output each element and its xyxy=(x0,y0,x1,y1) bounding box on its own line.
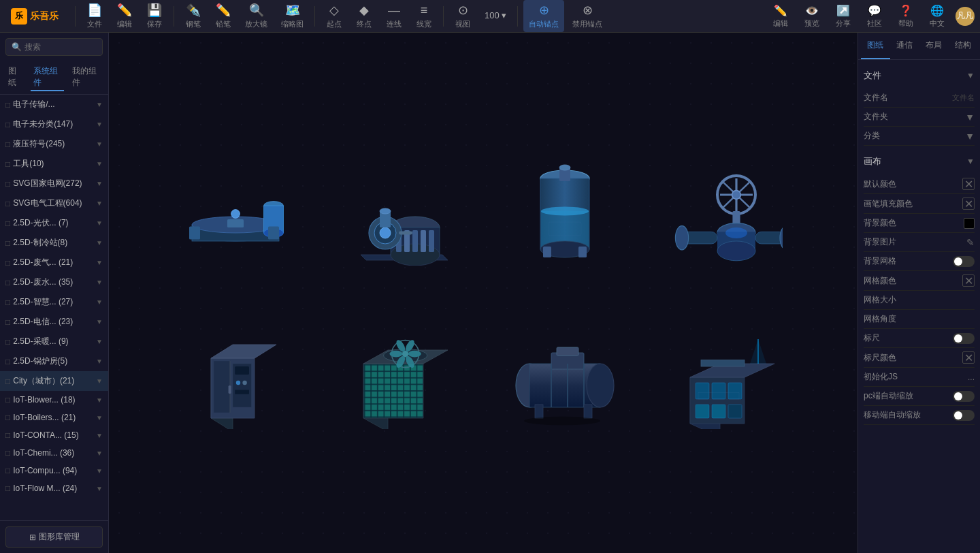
share-icon: ↗️ xyxy=(836,4,850,17)
ruler-toggle[interactable] xyxy=(953,333,975,344)
grid-angle-key: 网格角度 xyxy=(864,313,896,325)
svg-rect-54 xyxy=(214,361,230,413)
toolbar-divider-5 xyxy=(517,6,518,27)
toolbar-pen[interactable]: ✒️ 钢笔 xyxy=(180,0,207,32)
edit-icon: ✏️ xyxy=(117,3,132,18)
sidebar-item-tools[interactable]: □ 工具(10) ▼ xyxy=(0,154,108,174)
sidebar-item-iot-conta[interactable]: □ IoT-CONTA... (15) ▼ xyxy=(0,426,108,444)
right-tab-diagrams[interactable]: 图纸 xyxy=(861,33,890,59)
ruler-color-x[interactable]: ✕ xyxy=(962,351,975,364)
sidebar-item-smart25d[interactable]: □ 2.5D-智慧... (27) ▼ xyxy=(0,292,108,312)
sidebar-item-pv25d[interactable]: □ 2.5D-光伏... (7) ▼ xyxy=(0,213,108,233)
arrow-tools: ▼ xyxy=(96,160,103,168)
sidebar-item-boiler25d[interactable]: □ 2.5D-锅炉房(5) ▼ xyxy=(0,351,108,371)
sidebar-item-iot-flow[interactable]: □ IoT-Flow M... (24) ▼ xyxy=(0,479,108,497)
sidebar-label-pv25d: 2.5D-光伏... (7) xyxy=(13,217,93,229)
toolbar-zoom-out[interactable]: 🗺️ 缩略图 xyxy=(276,0,309,32)
sidebar-item-iot-blower[interactable]: □ IoT-Blower... (18) ▼ xyxy=(0,391,108,409)
tab-diagrams[interactable]: 图纸 xyxy=(5,64,25,91)
toolbar-lang[interactable]: 🌐 中文 xyxy=(924,1,950,31)
sidebar-item-iot-compu[interactable]: □ IoT-Compu... (94) ▼ xyxy=(0,462,108,479)
toolbar-share[interactable]: ↗️ 分享 xyxy=(830,1,856,31)
sidebar-item-wastegas[interactable]: □ 2.5D-废气... (21) ▼ xyxy=(0,253,108,272)
folder-key: 文件夹 xyxy=(864,111,888,123)
mobile-scale-toggle[interactable] xyxy=(953,410,975,421)
toolbar-start[interactable]: ◇ 起点 xyxy=(321,0,348,32)
component-industrial-building[interactable] xyxy=(660,306,796,443)
pen-fill-color-x[interactable]: ✕ xyxy=(962,198,975,210)
bg-image-edit[interactable]: ✎ xyxy=(966,237,975,248)
sidebar-label-hydraulic: 液压符号(245) xyxy=(13,138,93,150)
toolbar-save[interactable]: 💾 保存 xyxy=(141,0,168,32)
arrow-pv25d: ▼ xyxy=(96,219,103,227)
svg-rect-34 xyxy=(543,247,551,257)
bg-grid-toggle[interactable] xyxy=(953,256,975,267)
search-input[interactable] xyxy=(24,42,97,52)
toolbar-line[interactable]: — 连线 xyxy=(380,1,408,32)
component-control-cabinet[interactable] xyxy=(170,306,306,443)
search-box[interactable]: 🔍 xyxy=(5,38,103,56)
file-section-header[interactable]: 文件 ▼ xyxy=(864,65,975,86)
ruler-color-key: 标尺颜色 xyxy=(864,352,896,364)
category-row: 分类 ▼ xyxy=(864,127,975,146)
sidebar-item-cold25d[interactable]: □ 2.5D-制冷站(8) ▼ xyxy=(0,233,108,253)
toolbar-edit-right[interactable]: ✏️ 编辑 xyxy=(768,1,794,31)
arrow-telecom25d: ▼ xyxy=(96,318,103,326)
toolbar-zoom-level[interactable]: 100 ▾ xyxy=(479,7,512,25)
toolbar-help[interactable]: ❓ 帮助 xyxy=(893,1,919,31)
sidebar-item-svg-grid[interactable]: □ SVG国家电网(272) ▼ xyxy=(0,174,108,193)
sidebar-item-hydraulic[interactable]: □ 液压符号(245) ▼ xyxy=(0,134,108,154)
svg-point-41 xyxy=(732,191,741,200)
category-dropdown[interactable]: ▼ xyxy=(965,131,975,142)
toolbar-line-width[interactable]: ≡ 线宽 xyxy=(410,1,438,32)
app-logo[interactable]: 乐 乐吾乐 xyxy=(5,8,64,25)
grid-color-x[interactable]: ✕ xyxy=(962,274,975,287)
toolbar-pencil[interactable]: ✏️ 铅笔 xyxy=(210,0,237,32)
sidebar-label-svg-grid: SVG国家电网(272) xyxy=(13,178,93,189)
sidebar-item-heating25d[interactable]: □ 2.5D-采暖... (9) ▼ xyxy=(0,332,108,351)
init-js-val[interactable]: ... xyxy=(968,373,975,382)
bg-color-swatch[interactable] xyxy=(964,218,975,229)
default-color-x[interactable]: ✕ xyxy=(962,178,975,190)
toolbar-view[interactable]: ⊙ 视图 xyxy=(449,0,476,32)
sidebar-item-city[interactable]: □ City（城市）(21) ▼ xyxy=(0,371,108,391)
component-water-pump[interactable] xyxy=(333,143,470,279)
sidebar-item-telecom25d[interactable]: □ 2.5D-电信... (23) ▼ xyxy=(0,312,108,332)
folder-icon-iotconta: □ xyxy=(5,430,10,440)
canvas-section-header[interactable]: 画布 ▼ xyxy=(864,151,975,172)
toolbar-end[interactable]: ◆ 终点 xyxy=(350,0,378,32)
component-air-pump[interactable] xyxy=(170,143,306,279)
component-cooling-tower[interactable] xyxy=(333,306,470,443)
toolbar-community[interactable]: 💬 社区 xyxy=(862,1,887,31)
toolbar-disable-anchor[interactable]: ⊗ 禁用锚点 xyxy=(567,0,608,32)
tab-my-components[interactable]: 我的组件 xyxy=(69,64,103,91)
components-grid xyxy=(143,116,823,470)
manage-library-button[interactable]: ⊞ 图形库管理 xyxy=(5,526,103,548)
user-avatar[interactable]: 凡凡 xyxy=(956,7,975,26)
sidebar-item-svg-elec[interactable]: □ SVG电气工程(604) ▼ xyxy=(0,193,108,213)
edit-right-icon: ✏️ xyxy=(774,4,787,17)
right-panel-content: 文件 ▼ 文件名 文件名 文件夹 ▼ 分类 ▼ 画布 ▼ 默认颜色 xyxy=(858,60,980,553)
folder-dropdown[interactable]: ▼ xyxy=(965,112,975,123)
component-valve[interactable] xyxy=(660,143,796,279)
toolbar-edit[interactable]: ✏️ 编辑 xyxy=(111,0,138,32)
toolbar-file[interactable]: 📄 文件 xyxy=(81,0,108,32)
right-tab-communication[interactable]: 通信 xyxy=(890,33,919,59)
component-storage-tank[interactable] xyxy=(497,306,633,443)
sidebar-item-electronic[interactable]: □ 电子传输/... ▼ xyxy=(0,95,108,114)
svg-point-73 xyxy=(408,351,421,358)
toolbar-auto-anchor[interactable]: ⊕ 自动锚点 xyxy=(523,0,564,32)
component-liquid-tank[interactable] xyxy=(497,143,633,279)
right-tab-structure[interactable]: 结构 xyxy=(948,33,977,59)
sidebar-item-unclassified[interactable]: □ 电子未分类(147) ▼ xyxy=(0,114,108,134)
arrow-iotblower: ▼ xyxy=(96,396,103,404)
right-tab-layout[interactable]: 布局 xyxy=(919,33,949,59)
tab-system-components[interactable]: 系统组件 xyxy=(31,64,64,91)
sidebar-item-wastewater[interactable]: □ 2.5D-废水... (35) ▼ xyxy=(0,272,108,292)
toolbar-preview[interactable]: 👁️ 预览 xyxy=(799,1,825,31)
pc-scale-toggle[interactable] xyxy=(953,391,975,402)
canvas-area[interactable] xyxy=(109,33,858,553)
sidebar-item-iot-boilers[interactable]: □ IoT-Boilers... (21) ▼ xyxy=(0,409,108,426)
sidebar-item-iot-chemi[interactable]: □ IoT-Chemi... (36) ▼ xyxy=(0,444,108,462)
toolbar-zoom-in[interactable]: 🔍 放大镜 xyxy=(240,0,273,32)
